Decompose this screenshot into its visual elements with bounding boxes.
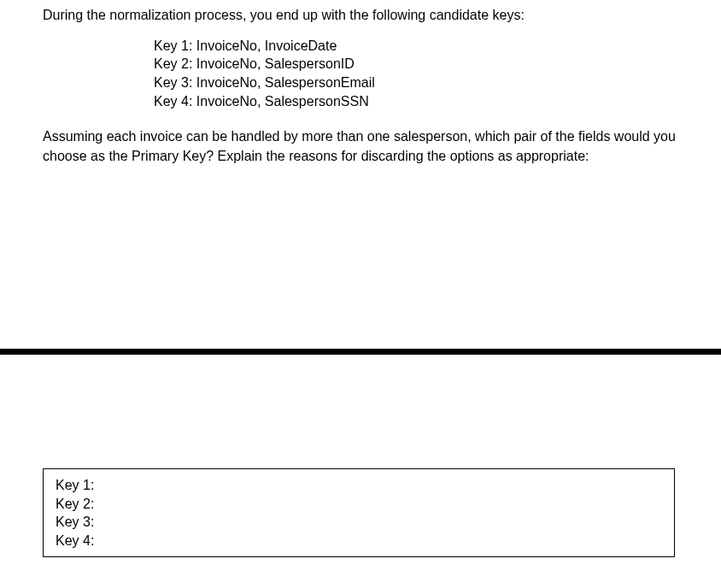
answer-label: Key 3: [56, 513, 664, 532]
question-block: During the normalization process, you en… [0, 0, 721, 166]
candidate-keys-list: Key 1: InvoiceNo, InvoiceDate Key 2: Inv… [43, 37, 678, 110]
answer-label: Key 4: [56, 532, 664, 550]
answer-box: Key 1: Key 2: Key 3: Key 4: [43, 468, 675, 557]
section-divider [0, 349, 721, 355]
intro-text: During the normalization process, you en… [43, 7, 678, 25]
answer-label: Key 2: [56, 495, 664, 514]
question-text: Assuming each invoice can be handled by … [43, 127, 678, 166]
answer-label: Key 1: [56, 476, 664, 495]
key-line: Key 1: InvoiceNo, InvoiceDate [154, 37, 678, 56]
key-line: Key 3: InvoiceNo, SalespersonEmail [154, 74, 678, 92]
key-line: Key 4: InvoiceNo, SalespersonSSN [154, 92, 678, 111]
answer-section: Key 1: Key 2: Key 3: Key 4: [43, 468, 675, 557]
key-line: Key 2: InvoiceNo, SalespersonID [154, 55, 678, 74]
